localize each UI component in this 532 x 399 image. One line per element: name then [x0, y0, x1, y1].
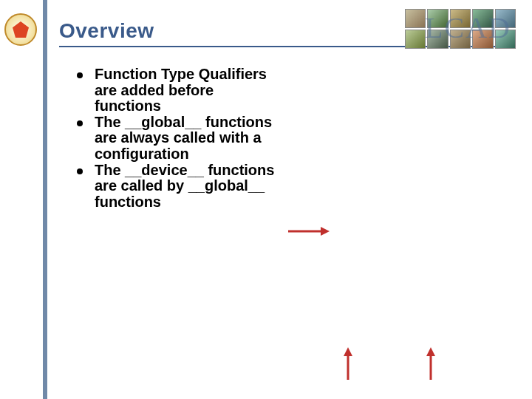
lcad-thumb — [495, 9, 516, 28]
lcad-thumb — [450, 9, 471, 28]
arrow-up-icon — [342, 347, 354, 380]
svg-marker-3 — [344, 347, 352, 356]
slide-title: Overview — [59, 19, 154, 43]
lcad-thumb — [472, 30, 493, 49]
lcad-thumb — [472, 9, 493, 28]
arrow-right-icon — [288, 225, 330, 237]
left-vertical-bar — [43, 0, 47, 399]
bullet-item: The __device__ functions are called by _… — [75, 163, 275, 211]
bullet-text: The __device__ functions are called by _… — [95, 162, 274, 210]
bullet-text: The __global__ functions are always call… — [95, 114, 272, 162]
lcad-thumb — [427, 9, 448, 28]
lcad-thumb — [405, 30, 426, 49]
arrow-up-icon — [425, 347, 437, 380]
lcad-thumb — [427, 30, 448, 49]
bullet-item: Function Type Qualifiers are added befor… — [75, 66, 275, 115]
svg-marker-1 — [321, 227, 330, 236]
lcad-logo-block: LCAD — [405, 9, 516, 49]
slide-content: Function Type Qualifiers are added befor… — [75, 66, 275, 210]
svg-marker-5 — [426, 347, 435, 356]
lcad-thumb — [450, 30, 471, 49]
bullet-text: Function Type Qualifiers are added befor… — [95, 66, 267, 114]
institution-seal-logo — [4, 13, 37, 46]
bullet-list: Function Type Qualifiers are added befor… — [75, 66, 275, 210]
lcad-thumb — [495, 30, 516, 49]
lcad-thumbnail-grid — [405, 9, 516, 49]
bullet-item: The __global__ functions are always call… — [75, 115, 275, 163]
lcad-thumb — [405, 9, 426, 28]
